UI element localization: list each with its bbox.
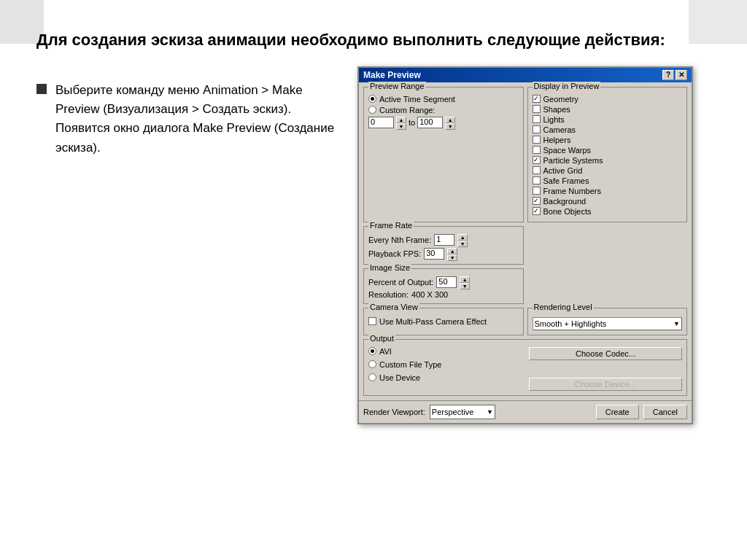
playback-up[interactable]: ▲ bbox=[447, 248, 457, 254]
cb-background[interactable] bbox=[533, 197, 541, 205]
from-up[interactable]: ▲ bbox=[396, 117, 406, 123]
cb-cameras[interactable] bbox=[533, 125, 541, 133]
frame-rate-group: Frame Rate Every Nth Frame: 1 ▲ bbox=[363, 226, 524, 265]
resolution-value: 400 X 300 bbox=[411, 290, 448, 299]
playback-input[interactable]: 30 bbox=[424, 248, 444, 260]
radio-custom-icon[interactable] bbox=[368, 106, 376, 114]
bullet-square bbox=[36, 84, 47, 94]
check-frame-numbers[interactable]: Frame Numbers bbox=[533, 187, 683, 195]
output-buttons: Choose Codec... Choose Device... bbox=[529, 347, 682, 391]
radio-device-label: Use Device bbox=[379, 373, 420, 382]
percent-up[interactable]: ▲ bbox=[460, 276, 470, 283]
every-nth-up[interactable]: ▲ bbox=[457, 234, 468, 241]
output-radios: AVI Custom File Type Use Device bbox=[368, 347, 522, 391]
viewport-select[interactable]: Perspective ▼ bbox=[430, 405, 495, 419]
output-group: Output AVI Custom File Type bbox=[363, 339, 687, 396]
every-nth-down[interactable]: ▼ bbox=[457, 241, 468, 247]
check-helpers[interactable]: Helpers bbox=[533, 136, 683, 144]
radio-device-icon[interactable] bbox=[368, 373, 376, 381]
range-from-input[interactable]: 0 bbox=[368, 117, 394, 128]
check-bone-objects[interactable]: Bone Objects bbox=[533, 207, 683, 216]
check-cameras[interactable]: Cameras bbox=[533, 125, 683, 134]
cb-helpers[interactable] bbox=[533, 136, 541, 144]
radio-active-label: Active Time Segment bbox=[379, 95, 455, 104]
check-particle-systems[interactable]: Particle Systems bbox=[533, 156, 683, 165]
close-button[interactable]: ✕ bbox=[676, 70, 687, 80]
display-label: Display in Preview bbox=[533, 82, 601, 90]
radio-custom-icon[interactable] bbox=[368, 360, 376, 368]
to-up[interactable]: ▲ bbox=[445, 117, 455, 123]
viewport-value: Perspective bbox=[432, 408, 473, 416]
percent-row: Percent of Output: 50 ▲ ▼ bbox=[368, 276, 519, 288]
cb-active-grid[interactable] bbox=[533, 166, 541, 174]
check-background[interactable]: Background bbox=[533, 197, 683, 206]
radio-avi[interactable]: AVI bbox=[368, 347, 522, 356]
cb-camera-effect[interactable] bbox=[368, 317, 376, 325]
preview-range-group: Preview Range Active Time Segment Custom… bbox=[363, 87, 524, 222]
radio-active-time[interactable]: Active Time Segment bbox=[368, 95, 519, 104]
dialog-bottom: Render Viewport: Perspective ▼ Create Ca… bbox=[359, 400, 692, 423]
check-shapes[interactable]: Shapes bbox=[533, 105, 683, 114]
cb-shapes[interactable] bbox=[533, 105, 541, 113]
page-title: Для создания эскиза анимации необходимо … bbox=[36, 29, 725, 52]
dialog-title: Make Preview bbox=[363, 70, 421, 80]
image-size-label: Image Size bbox=[368, 263, 411, 272]
check-geometry[interactable]: Geometry bbox=[533, 95, 683, 104]
from-spinner[interactable]: ▲ ▼ bbox=[396, 117, 406, 128]
cb-space-warps[interactable] bbox=[533, 146, 541, 154]
resolution-row: Resolution: 400 X 300 bbox=[368, 290, 519, 299]
rendering-level-label: Rendering Level bbox=[533, 303, 594, 311]
from-down[interactable]: ▼ bbox=[396, 123, 406, 130]
cb-bone-objects[interactable] bbox=[533, 207, 541, 215]
image-size-group: Image Size Percent of Output: 50 ▲ bbox=[363, 268, 524, 304]
output-label: Output bbox=[368, 334, 395, 343]
playback-spinner[interactable]: ▲ ▼ bbox=[447, 248, 457, 260]
create-button[interactable]: Create bbox=[596, 405, 639, 419]
cb-particle-systems[interactable] bbox=[533, 156, 541, 164]
radio-custom-label: Custom File Type bbox=[379, 360, 441, 369]
to-spinner[interactable]: ▲ ▼ bbox=[445, 117, 455, 128]
every-nth-spinner[interactable]: ▲ ▼ bbox=[457, 234, 468, 246]
check-active-grid[interactable]: Active Grid bbox=[533, 166, 683, 175]
dialog-wrapper: Make Preview ? ✕ Preview Range bbox=[357, 66, 693, 424]
radio-avi-label: AVI bbox=[379, 347, 392, 356]
every-nth-label: Every Nth Frame: bbox=[368, 236, 431, 244]
radio-device[interactable]: Use Device bbox=[368, 373, 522, 382]
radio-custom-range[interactable]: Custom Range: bbox=[368, 106, 519, 114]
percent-spinner[interactable]: ▲ ▼ bbox=[460, 276, 470, 288]
render-viewport-label: Render Viewport: bbox=[363, 408, 425, 416]
percent-down[interactable]: ▼ bbox=[460, 283, 470, 289]
range-to-input[interactable]: 100 bbox=[417, 117, 443, 128]
cb-geometry[interactable] bbox=[533, 95, 541, 103]
row-top: Preview Range Active Time Segment Custom… bbox=[363, 87, 687, 222]
radio-active-icon[interactable] bbox=[368, 95, 376, 103]
camera-view-label: Camera View bbox=[368, 303, 419, 311]
cb-lights[interactable] bbox=[533, 115, 541, 123]
cb-safe-frames[interactable] bbox=[533, 176, 541, 184]
check-safe-frames[interactable]: Safe Frames bbox=[533, 176, 683, 185]
choose-device-button[interactable]: Choose Device... bbox=[529, 378, 682, 391]
playback-row: Playback FPS: 30 ▲ ▼ bbox=[368, 248, 519, 260]
preview-range-label: Preview Range bbox=[368, 82, 426, 90]
cancel-button[interactable]: Cancel bbox=[643, 405, 687, 419]
every-nth-input[interactable]: 1 bbox=[434, 234, 454, 246]
titlebar-buttons: ? ✕ bbox=[662, 70, 687, 80]
dialog-body: Preview Range Active Time Segment Custom… bbox=[359, 82, 692, 400]
resolution-label: Resolution: bbox=[368, 290, 409, 299]
radio-avi-icon[interactable] bbox=[368, 347, 376, 355]
percent-input[interactable]: 50 bbox=[436, 276, 457, 288]
camera-check-row[interactable]: Use Multi-Pass Camera Effect bbox=[368, 317, 519, 326]
to-label: to bbox=[409, 118, 415, 127]
playback-down[interactable]: ▼ bbox=[447, 254, 457, 261]
check-lights[interactable]: Lights bbox=[533, 115, 683, 124]
choose-codec-button[interactable]: Choose Codec... bbox=[529, 347, 682, 360]
bullet-item: Выберите команду меню Animation > Make P… bbox=[36, 81, 343, 158]
camera-view-group: Camera View Use Multi-Pass Camera Effect bbox=[363, 308, 524, 335]
to-down[interactable]: ▼ bbox=[445, 123, 455, 130]
radio-custom[interactable]: Custom File Type bbox=[368, 360, 522, 369]
camera-rendering-row: Camera View Use Multi-Pass Camera Effect… bbox=[363, 308, 687, 335]
check-space-warps[interactable]: Space Warps bbox=[533, 146, 683, 155]
rendering-level-select[interactable]: Smooth + Highlights ▼ bbox=[533, 317, 683, 330]
help-button[interactable]: ? bbox=[662, 70, 674, 80]
cb-frame-numbers[interactable] bbox=[533, 187, 541, 195]
